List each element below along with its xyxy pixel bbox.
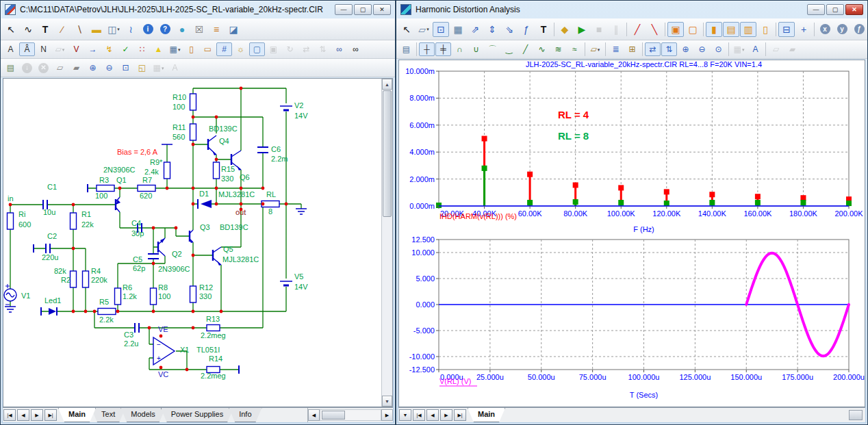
scale-mode-icon[interactable]: ▦ — [450, 22, 466, 37]
maximize-button[interactable]: ▢ — [354, 4, 372, 15]
cursor-high-icon[interactable]: ⌒ — [485, 42, 500, 56]
hscroll-thumb[interactable] — [849, 410, 863, 420]
cursor-inflection-icon[interactable]: ∿ — [534, 42, 550, 56]
negative-slope-cursor-icon[interactable]: ╲ — [646, 22, 663, 37]
show-pin-connections-icon[interactable]: ∷ — [134, 42, 150, 56]
fx-settings-icon[interactable]: ƒ — [851, 22, 867, 37]
cursor-style-2-icon[interactable]: ▤ — [723, 22, 739, 37]
maximize-button[interactable]: ▢ — [826, 4, 844, 15]
minimize-button[interactable]: — — [335, 4, 353, 15]
send-to-back-icon[interactable]: ▰ — [68, 61, 84, 75]
box-region-icon[interactable]: ▢ — [249, 42, 265, 56]
pan-mode-icon[interactable]: ⇗ — [467, 22, 483, 37]
grid-display-icon[interactable]: ▦▾ — [167, 42, 183, 56]
cursor-style-4-icon[interactable]: ▯ — [757, 22, 774, 37]
plot-client-area[interactable]: JLH-2025-SC_RL-variable_20kHz-spectr.CIR… — [398, 60, 865, 407]
tab-main[interactable]: Main — [468, 408, 505, 422]
schematic-titlebar[interactable]: C:\MC11\DATA\Petrov\JLH\JLH-2025\JLH-202… — [1, 1, 395, 18]
tab-nav-button-1[interactable]: ◀ — [17, 409, 29, 421]
analysis-titlebar[interactable]: Harmonic Distortion Analysis —▢✕ — [396, 1, 867, 18]
cursor-style-1-icon[interactable]: ▮ — [706, 22, 722, 37]
select-region-icon[interactable]: ▣ — [667, 22, 684, 37]
page-border-display-icon[interactable]: ▯ — [183, 42, 199, 56]
component-properties-icon[interactable]: ☼ — [233, 42, 248, 56]
edit-analysis-limits-icon[interactable]: ▤ — [398, 42, 414, 56]
show-node-voltages-icon[interactable]: V — [68, 42, 84, 56]
tab-text[interactable]: Text — [91, 408, 125, 422]
y-axis-settings-icon[interactable]: y — [834, 22, 850, 37]
find-component-icon[interactable]: ∞ — [331, 42, 347, 56]
info-page-icon-icon[interactable]: ▤ — [3, 61, 18, 75]
tab-power-supplies[interactable]: Power Supplies — [161, 408, 233, 422]
no-file-icon-icon[interactable]: ☒ — [191, 22, 207, 37]
zoom-in-icon[interactable]: ⊕ — [678, 42, 693, 56]
analysis-hscrollbar[interactable] — [847, 408, 865, 422]
tab-nav-button-0[interactable]: ▼ — [399, 409, 411, 421]
cursor-next-point-icon[interactable]: ┼ — [419, 42, 435, 56]
cursor-valley-icon[interactable]: ∪ — [468, 42, 484, 56]
format-lines-icon-icon[interactable]: ≡ — [208, 22, 225, 37]
tab-info[interactable]: Info — [229, 408, 261, 422]
run-button-icon[interactable]: ▶ — [574, 22, 590, 37]
scroll-left-icon[interactable]: ◀ — [308, 409, 320, 421]
zoom-out-icon[interactable]: ⊖ — [694, 42, 710, 56]
tab-nav-button-1[interactable]: |◀ — [413, 409, 425, 421]
cursor-style-3-icon[interactable]: ▥ — [740, 22, 756, 37]
scroll-up-icon[interactable]: ▲ — [382, 79, 392, 90]
browser-icon-icon[interactable]: ● — [174, 22, 190, 37]
help-mode-icon[interactable]: ? — [157, 22, 173, 37]
scope-menu-icon[interactable]: ▱▾ — [587, 42, 603, 56]
title-block-display-icon[interactable]: ▭ — [200, 42, 216, 56]
font-button-icon[interactable]: A — [748, 42, 763, 56]
show-currents-icon[interactable]: → — [85, 42, 101, 56]
zoom-window-mode-icon[interactable]: ⊡ — [433, 22, 449, 37]
properties-button-icon[interactable]: ◆ — [557, 22, 573, 37]
zoom-in-icon[interactable]: ⊕ — [85, 61, 101, 75]
close-button[interactable]: ✕ — [373, 4, 391, 15]
cursor-global-low-icon[interactable]: ≈ — [567, 42, 583, 56]
show-power-icon[interactable]: ↯ — [101, 42, 117, 56]
wire-mode-icon[interactable]: ∿ — [20, 22, 36, 37]
vertical-scale-mode-icon[interactable]: ⇕ — [484, 22, 500, 37]
cursor-global-high-icon[interactable]: ≋ — [550, 42, 566, 56]
close-button[interactable]: ✕ — [845, 4, 863, 15]
line-mode-icon[interactable]: ∕ — [54, 22, 71, 37]
flow-mode-icon[interactable]: ≀ — [123, 22, 139, 37]
tab-nav-button-2[interactable]: ▶ — [31, 409, 43, 421]
info-mode-icon[interactable]: i — [140, 22, 156, 37]
show-warnings-icon[interactable]: ▲ — [151, 42, 166, 56]
show-wire-attributes-icon[interactable]: Â — [19, 42, 35, 56]
marker-mode-icon[interactable]: ∖ — [71, 22, 88, 37]
schematic-canvas[interactable]: − + R10100R11560BD139CQ4C62.2mV214VBias … — [3, 78, 393, 407]
dotted-region-icon[interactable]: ▢ — [685, 22, 701, 37]
zoom-auto-icon[interactable]: ⊙ — [711, 42, 726, 56]
numeric-values-icon[interactable]: ⊞ — [624, 42, 640, 56]
node-snap-icon[interactable]: # — [216, 42, 232, 56]
zoom-out-icon[interactable]: ⊖ — [101, 61, 117, 75]
numeric-output-icon[interactable]: ≣ — [608, 42, 624, 56]
tab-nav-button-2[interactable]: ◀ — [426, 409, 439, 421]
function-mode-icon[interactable]: ƒ — [518, 22, 535, 37]
cursor-peak-icon[interactable]: ∩ — [452, 42, 468, 56]
cursor-low-icon[interactable]: ‿ — [501, 42, 517, 56]
tab-nav-button-4[interactable]: ▶| — [454, 409, 466, 421]
minimize-button[interactable]: — — [807, 4, 825, 15]
positive-slope-cursor-icon[interactable]: ╱ — [629, 22, 646, 37]
bus-mode-icon[interactable]: ▬ — [88, 22, 105, 37]
schematic-hscrollbar[interactable]: ◀ ▶ — [307, 408, 393, 422]
text-mode-icon[interactable]: T — [535, 22, 552, 37]
hscroll-thumb[interactable] — [322, 411, 345, 420]
find-text-icon[interactable]: ∞ — [348, 42, 363, 56]
go-to-x-icon[interactable]: ⇄ — [645, 42, 661, 56]
x-axis-settings-icon[interactable]: x — [817, 22, 833, 37]
shape-menu-icon[interactable]: ◫▾ — [105, 22, 122, 37]
tab-nav-button-3[interactable]: ▶ — [440, 409, 452, 421]
show-attribute-text-icon[interactable]: A — [3, 42, 18, 56]
show-node-numbers-icon[interactable]: N — [36, 42, 51, 56]
tab-main[interactable]: Main — [58, 408, 96, 422]
horizontal-cursor-icon[interactable]: ⊟ — [778, 22, 795, 37]
schematic-vscrollbar[interactable]: ▲ ▼ — [381, 79, 392, 407]
show-conditions-icon[interactable]: ✓ — [118, 42, 133, 56]
tab-models[interactable]: Models — [120, 408, 165, 422]
select-mode-icon[interactable]: ↖ — [398, 22, 415, 37]
